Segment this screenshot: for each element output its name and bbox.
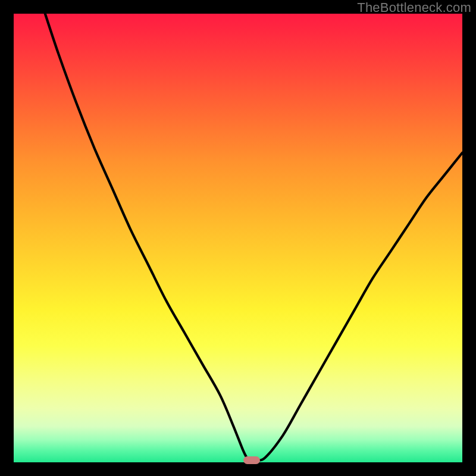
plot-area [14,14,462,462]
chart-frame: TheBottleneck.com [0,0,476,476]
optimal-point-marker [243,456,260,464]
bottleneck-curve [14,14,462,462]
